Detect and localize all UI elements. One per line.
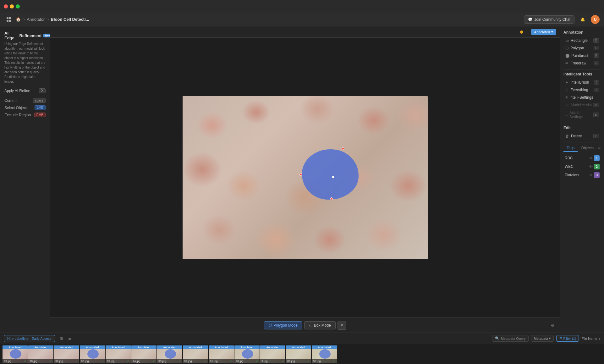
tool-everything[interactable]: ⊞ Everything Z (563, 86, 601, 93)
control-point-bottom[interactable] (330, 197, 333, 200)
annotated-dropdown[interactable]: Annotated ▾ (531, 29, 556, 35)
toolbar: 🏠 > Annotator > Blood Cell Detecti... 💬 … (0, 13, 604, 26)
rectangle-key: R (593, 38, 599, 43)
thumbnail-annotated-badge: Annotated (157, 345, 182, 349)
freedraw-icon: ✏ (565, 61, 568, 65)
delete-key: D (593, 134, 599, 138)
filmstrip-thumbnail[interactable]: Annotated99.jpg✓ (3, 345, 28, 363)
filmstrip-thumbnail[interactable]: Annotated92.jpg✓ (183, 345, 208, 363)
filmstrip-thumbnail[interactable]: Annotated97.jpg✓ (54, 345, 79, 363)
tag-wbc-visibility-icon[interactable]: 👁 (589, 165, 593, 168)
control-point-center[interactable] (332, 176, 334, 178)
filmstrip-thumbnail[interactable]: Annotated93.jpg✓ (157, 345, 182, 363)
home-icon[interactable]: 🏠 (16, 17, 21, 22)
tag-rbc-count: 1 (594, 155, 600, 161)
intellibrush-key: T (594, 80, 599, 85)
commit-label: Commit (4, 98, 17, 103)
model-assist-icon: ⚙ (565, 103, 569, 107)
svg-rect-3 (9, 20, 11, 22)
settings-icon[interactable]: ⚙ (549, 322, 556, 329)
polygon-mode-icon: ⬡ (269, 323, 272, 328)
tool-assist-settings: ≡ Assist Settings ▶ (563, 109, 601, 120)
tags-edit-icon[interactable]: ✏ (598, 146, 601, 151)
tool-rectangle[interactable]: ▭ Rectangle R (563, 37, 601, 44)
apply-ai-refine-key: X (39, 88, 46, 93)
tool-intellibrush[interactable]: ✦ IntelliBrush T (563, 79, 601, 86)
exclude-region-label: Exclude Region (4, 113, 31, 117)
divider-1 (563, 69, 601, 69)
breadcrumb-annotator[interactable]: Annotator (27, 17, 45, 22)
rectangle-icon: ▭ (565, 38, 569, 43)
filmstrip-thumbnail[interactable]: Annotated94.jpg✓ (131, 345, 156, 363)
filmstrip-thumbnail[interactable]: Annotated96.jpg✓ (80, 345, 105, 363)
tag-platelets-visibility-icon[interactable]: 👁 (589, 173, 593, 177)
polygon-mode-label: Polygon Mode (273, 323, 298, 328)
filmstrip-thumbnail[interactable]: Annotated88.jpg✓ (312, 345, 337, 363)
tag-platelets-label: Platelets (565, 173, 579, 177)
filmstrip-thumbnail[interactable]: Annotated95.jpg✓ (106, 345, 131, 363)
join-community-chat-button[interactable]: 💬 Join Community Chat (524, 15, 574, 24)
tool-polygon[interactable]: ⬡ Polygon P (563, 45, 601, 52)
thumbnail-filename: 90.jpg✓ (234, 359, 260, 363)
thumbnail-annotated-badge: Annotated (3, 345, 28, 349)
thumbnail-annotated-badge: Annotated (54, 345, 79, 349)
control-point-top[interactable] (342, 147, 344, 150)
grid-view-icon[interactable]: ⊞ (58, 335, 65, 342)
exclude-region-key: RMB (34, 113, 46, 117)
polygon-mode-button[interactable]: ⬡ Polygon Mode (264, 321, 302, 329)
box-mode-button[interactable]: ▭ Box Mode (304, 321, 336, 329)
notification-bell-icon[interactable]: 🔔 (578, 15, 587, 24)
metadata-button[interactable]: Metadata ▾ (531, 335, 554, 342)
thumbnail-filename: 94.jpg✓ (131, 359, 156, 363)
maximize-button[interactable] (16, 4, 20, 8)
model-assist-label: Model Assist (571, 103, 592, 107)
tool-delete[interactable]: 🗑 Delete D (563, 133, 601, 140)
thumbnail-filename: 93.jpg✓ (157, 359, 182, 363)
search-icon: 🔍 (495, 336, 499, 340)
tag-rbc-visibility-icon[interactable]: 👁 (589, 156, 593, 160)
thumbnail-cell-overlay (165, 349, 176, 359)
intelli-settings-icon: ≡ (565, 95, 568, 100)
control-point-left[interactable] (299, 173, 302, 176)
thumbnail-annotated-badge: Annotated (106, 345, 131, 349)
tool-intelli-settings[interactable]: ≡ Intelli-Settings (563, 94, 601, 101)
sort-button[interactable]: File Name ↑ (581, 337, 600, 340)
tab-tags[interactable]: Tags (563, 145, 578, 152)
annotation-cell[interactable] (302, 149, 359, 200)
assist-settings-key: ▶ (593, 113, 599, 117)
close-mode-button[interactable]: ✕ (338, 321, 346, 330)
grid-icon[interactable] (4, 15, 13, 24)
filmstrip-thumbnail[interactable]: Annotated90.jpg✓ (234, 345, 260, 363)
hire-labellers-button[interactable]: Hire Labellers - Early Access (4, 335, 55, 342)
annotation-section-title: Annotation (563, 30, 601, 35)
thumbnail-filename: 97.jpg✓ (54, 359, 79, 363)
minimize-button[interactable] (10, 4, 14, 8)
filmstrip-thumbnail[interactable]: Annotated89.jpg✓ (286, 345, 311, 363)
list-view-icon[interactable]: ☰ (66, 335, 74, 342)
everything-icon: ⊞ (565, 88, 568, 92)
thumbnail-filename: 91.jpg✓ (209, 359, 234, 363)
thumbnail-annotated-badge: Annotated (183, 345, 208, 349)
svg-rect-2 (7, 20, 8, 22)
thumbnail-filename: 88.jpg✓ (312, 359, 337, 363)
close-button[interactable] (4, 4, 8, 8)
everything-key: Z (594, 88, 599, 92)
filmstrip-thumbnail[interactable]: Annotated98.jpg✓ (28, 345, 53, 363)
canvas-image[interactable] (183, 96, 428, 259)
svg-rect-1 (9, 17, 11, 19)
tab-objects[interactable]: Objects (578, 145, 597, 152)
svg-rect-0 (7, 17, 8, 19)
panel-description: Using our Edge Refinement algorithm, our… (4, 41, 46, 84)
metadata-search-box[interactable]: 🔍 Metadata Query (492, 335, 529, 342)
polygon-label: Polygon (570, 46, 584, 50)
filter-button[interactable]: ⚗ Filter (1) (556, 335, 579, 342)
tool-paintbrush[interactable]: ⬤ Paintbrush B (563, 52, 601, 59)
new-badge: New (43, 34, 50, 37)
filmstrip-thumbnail[interactable]: Annotated91.jpg✓ (209, 345, 234, 363)
status-dot (520, 30, 523, 34)
filmstrip-thumbnail[interactable]: Annotated9.jpg✓ (260, 345, 285, 363)
tool-freedraw[interactable]: ✏ Freedraw F (563, 60, 601, 67)
thumbnail-annotated-badge: Annotated (260, 345, 285, 349)
thumbnail-filename: 96.jpg✓ (80, 359, 105, 363)
user-avatar[interactable]: U (591, 15, 600, 24)
